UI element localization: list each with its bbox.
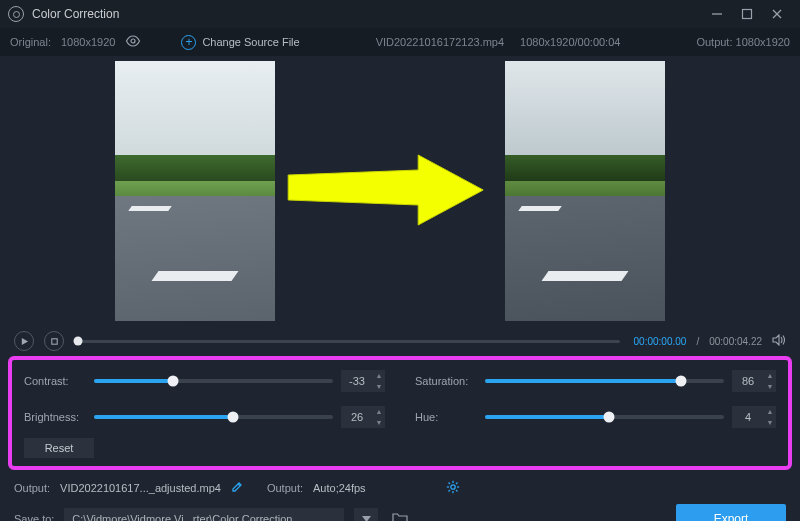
saturation-value-box[interactable]: 86▲▼ (732, 370, 776, 392)
source-filename: VID20221016172123.mp4 (376, 36, 504, 48)
svg-line-14 (448, 483, 450, 485)
hue-control: Hue: 4▲▼ (415, 406, 776, 428)
contrast-step-down[interactable]: ▼ (373, 381, 385, 392)
output-settings-value: Auto;24fps (313, 482, 366, 494)
contrast-slider[interactable] (94, 379, 333, 383)
preview-original (115, 61, 275, 321)
saturation-step-down[interactable]: ▼ (764, 381, 776, 392)
timeline: 00:00:00.00/00:00:04.22 (0, 326, 800, 356)
brightness-label: Brightness: (24, 411, 86, 423)
preview-adjusted (505, 61, 665, 321)
save-row: Save to: C:\Vidmore\Vidmore Vi...rter\Co… (0, 500, 800, 521)
contrast-step-up[interactable]: ▲ (373, 370, 385, 381)
arrow-annotation-icon (278, 150, 488, 232)
time-current: 00:00:00.00 (634, 336, 687, 347)
close-button[interactable] (762, 0, 792, 28)
svg-point-4 (131, 39, 135, 43)
edit-filename-icon[interactable] (231, 481, 243, 495)
window-title: Color Correction (32, 7, 119, 21)
saturation-label: Saturation: (415, 375, 477, 387)
save-to-label: Save to: (14, 513, 54, 521)
info-bar: Original: 1080x1920 + Change Source File… (0, 28, 800, 56)
saturation-control: Saturation: 86▲▼ (415, 370, 776, 392)
saturation-slider[interactable] (485, 379, 724, 383)
hue-step-up[interactable]: ▲ (764, 406, 776, 417)
time-total: 00:00:04.22 (709, 336, 762, 347)
output-resolution: 1080x1920 (736, 36, 790, 48)
app-logo-icon (8, 6, 24, 22)
maximize-button[interactable] (732, 0, 762, 28)
original-resolution: 1080x1920 (61, 36, 115, 48)
minimize-button[interactable] (702, 0, 732, 28)
timeline-track[interactable] (78, 340, 620, 343)
svg-point-9 (450, 485, 454, 489)
open-folder-icon[interactable] (392, 512, 408, 522)
play-button[interactable] (14, 331, 34, 351)
volume-icon[interactable] (772, 334, 786, 348)
stop-button[interactable] (44, 331, 64, 351)
export-button[interactable]: Export (676, 504, 786, 521)
eye-icon[interactable] (125, 35, 141, 49)
hue-label: Hue: (415, 411, 477, 423)
save-path-dropdown[interactable] (354, 508, 378, 521)
reset-button[interactable]: Reset (24, 438, 94, 458)
change-source-button[interactable]: + Change Source File (181, 35, 299, 50)
output-settings-label: Output: (267, 482, 303, 494)
brightness-slider[interactable] (94, 415, 333, 419)
original-label: Original: (10, 36, 51, 48)
svg-line-16 (456, 483, 458, 485)
output-row: Output: VID2022101617..._adjusted.mp4 Ou… (0, 476, 800, 500)
output-settings-gear-icon[interactable] (446, 480, 460, 496)
output-filename: VID2022101617..._adjusted.mp4 (60, 482, 221, 494)
output-label: Output: (696, 36, 732, 48)
controls-highlight: Contrast: -33▲▼ Saturation: 86▲▼ Brightn… (8, 356, 792, 470)
hue-slider[interactable] (485, 415, 724, 419)
brightness-control: Brightness: 26▲▼ (24, 406, 385, 428)
svg-rect-7 (51, 338, 56, 343)
change-source-label: Change Source File (202, 36, 299, 48)
titlebar: Color Correction (0, 0, 800, 28)
brightness-value-box[interactable]: 26▲▼ (341, 406, 385, 428)
saturation-step-up[interactable]: ▲ (764, 370, 776, 381)
contrast-label: Contrast: (24, 375, 86, 387)
svg-marker-6 (21, 337, 27, 344)
hue-value-box[interactable]: 4▲▼ (732, 406, 776, 428)
plus-circle-icon: + (181, 35, 196, 50)
output-file-label: Output: (14, 482, 50, 494)
svg-marker-18 (362, 516, 371, 521)
hue-step-down[interactable]: ▼ (764, 417, 776, 428)
save-path-box[interactable]: C:\Vidmore\Vidmore Vi...rter\Color Corre… (64, 508, 344, 521)
svg-marker-8 (773, 335, 779, 345)
svg-line-15 (456, 490, 458, 492)
contrast-value-box[interactable]: -33▲▼ (341, 370, 385, 392)
svg-line-17 (448, 490, 450, 492)
brightness-step-up[interactable]: ▲ (373, 406, 385, 417)
svg-rect-1 (743, 10, 752, 19)
contrast-control: Contrast: -33▲▼ (24, 370, 385, 392)
svg-marker-5 (288, 155, 483, 225)
timeline-playhead[interactable] (74, 337, 83, 346)
preview-area (0, 56, 800, 326)
brightness-step-down[interactable]: ▼ (373, 417, 385, 428)
source-meta: 1080x1920/00:00:04 (520, 36, 620, 48)
